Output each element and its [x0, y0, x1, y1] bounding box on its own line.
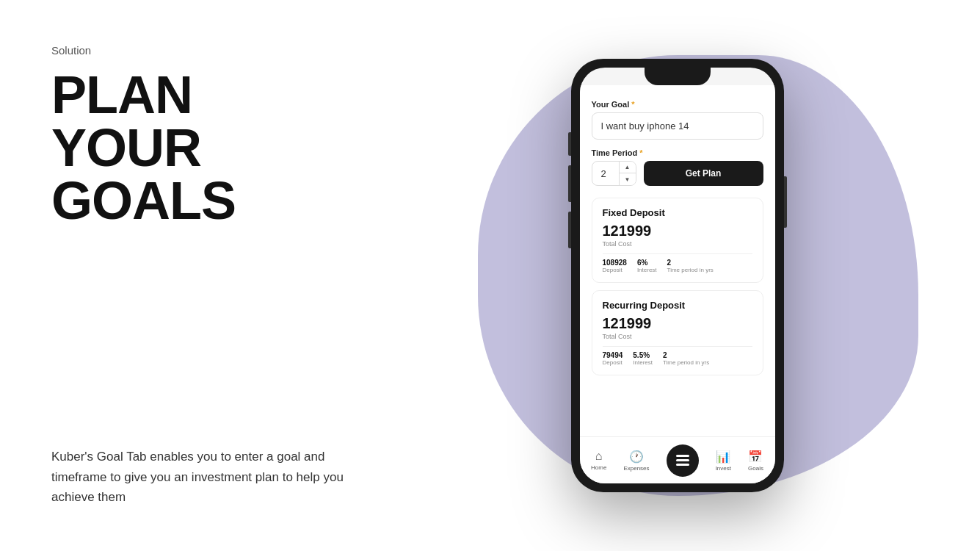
- recurring-deposit-amount: 121999: [603, 315, 752, 332]
- time-period-up-btn[interactable]: ▲: [620, 162, 636, 173]
- phone-side-btn-vol-up: [568, 165, 571, 202]
- nav-home-label: Home: [591, 464, 606, 471]
- recurring-deposit-stat-interest: 5.5% Interest: [633, 351, 653, 366]
- fixed-deposit-divider: [603, 253, 752, 254]
- get-plan-button[interactable]: Get Plan: [644, 161, 763, 186]
- recurring-deposit-stat-time-value: 2: [663, 351, 709, 359]
- recurring-deposit-title: Recurring Deposit: [603, 300, 752, 311]
- recurring-deposit-stats: 79494 Deposit 5.5% Interest 2 Time perio…: [603, 351, 752, 366]
- phone-notch: [645, 68, 711, 85]
- recurring-deposit-stat-time: 2 Time period in yrs: [663, 351, 709, 366]
- goal-input-value: I want buy iphone 14: [601, 120, 689, 132]
- invest-icon: 📊: [716, 450, 730, 464]
- time-period-down-btn[interactable]: ▼: [620, 173, 636, 185]
- menu-icon: [676, 459, 689, 461]
- fixed-deposit-stat-interest-label: Interest: [637, 267, 657, 273]
- solution-label: Solution: [51, 44, 345, 57]
- fixed-deposit-card: Fixed Deposit 121999 Total Cost 108928 D…: [592, 198, 763, 283]
- nav-home[interactable]: ⌂ Home: [591, 450, 606, 471]
- bottom-nav: ⌂ Home 🕐 Expenses 📊 Invest: [580, 436, 775, 483]
- nav-invest[interactable]: 📊 Invest: [716, 450, 731, 472]
- goal-required-marker: *: [631, 100, 634, 109]
- goal-input[interactable]: I want buy iphone 14: [592, 112, 763, 140]
- nav-goals-label: Goals: [748, 465, 763, 472]
- main-heading: PLAN YOUR GOALS: [51, 68, 345, 227]
- fixed-deposit-stat-deposit: 108928 Deposit: [603, 259, 627, 273]
- fixed-deposit-stat-interest-value: 6%: [637, 259, 657, 267]
- recurring-deposit-stat-interest-label: Interest: [633, 359, 653, 366]
- fixed-deposit-stat-time-label: Time period in yrs: [667, 267, 714, 273]
- fixed-deposit-stat-time: 2 Time period in yrs: [667, 259, 714, 273]
- nav-invest-label: Invest: [716, 465, 731, 472]
- phone-side-btn-vol-down: [568, 212, 571, 248]
- nav-center-button[interactable]: [667, 444, 699, 477]
- time-period-label: Time Period *: [592, 148, 763, 157]
- time-period-value: 2: [592, 162, 619, 185]
- fixed-deposit-stat-deposit-value: 108928: [603, 259, 627, 267]
- nav-goals[interactable]: 📅 Goals: [748, 450, 763, 472]
- fixed-deposit-amount: 121999: [603, 223, 752, 240]
- phone-mockup: Your Goal * I want buy iphone 14 Time Pe…: [571, 59, 784, 492]
- phone-side-btn-power: [784, 176, 787, 228]
- time-required-marker: *: [639, 148, 642, 157]
- phone-screen: Your Goal * I want buy iphone 14 Time Pe…: [580, 68, 775, 483]
- recurring-deposit-stat-deposit-value: 79494: [603, 351, 623, 359]
- heading-line1: PLAN YOUR: [51, 65, 201, 177]
- fixed-deposit-title: Fixed Deposit: [603, 207, 752, 218]
- goals-icon: 📅: [748, 450, 763, 464]
- fixed-deposit-stats: 108928 Deposit 6% Interest 2 Time period…: [603, 259, 752, 273]
- time-period-arrows: ▲ ▼: [619, 162, 636, 185]
- phone-side-btn-mute: [568, 132, 571, 156]
- time-period-row: 2 ▲ ▼ Get Plan: [592, 161, 763, 186]
- heading-line2: GOALS: [51, 171, 236, 230]
- page-wrapper: Solution PLAN YOUR GOALS Kuber's Goal Ta…: [0, 0, 980, 551]
- recurring-deposit-divider: [603, 346, 752, 347]
- goal-field-label: Your Goal *: [592, 100, 763, 109]
- fixed-deposit-stat-time-value: 2: [667, 259, 714, 267]
- home-icon: ⌂: [595, 450, 603, 463]
- recurring-deposit-stat-deposit: 79494 Deposit: [603, 351, 623, 366]
- nav-expenses[interactable]: 🕐 Expenses: [623, 450, 649, 472]
- recurring-deposit-stat-deposit-label: Deposit: [603, 359, 623, 366]
- recurring-deposit-total-label: Total Cost: [603, 333, 752, 340]
- phone-container: Your Goal * I want buy iphone 14 Time Pe…: [571, 59, 784, 492]
- time-period-input[interactable]: 2 ▲ ▼: [592, 161, 636, 186]
- recurring-deposit-card: Recurring Deposit 121999 Total Cost 7949…: [592, 290, 763, 375]
- right-panel: Your Goal * I want buy iphone 14 Time Pe…: [345, 0, 980, 551]
- nav-expenses-label: Expenses: [623, 465, 649, 472]
- expenses-icon: 🕐: [629, 450, 644, 464]
- screen-content: Your Goal * I want buy iphone 14 Time Pe…: [580, 85, 775, 436]
- fixed-deposit-stat-deposit-label: Deposit: [603, 267, 627, 273]
- left-panel: Solution PLAN YOUR GOALS Kuber's Goal Ta…: [0, 0, 345, 551]
- fixed-deposit-stat-interest: 6% Interest: [637, 259, 657, 273]
- fixed-deposit-total-label: Total Cost: [603, 240, 752, 248]
- recurring-deposit-stat-time-label: Time period in yrs: [663, 359, 709, 366]
- recurring-deposit-stat-interest-value: 5.5%: [633, 351, 653, 359]
- description-text: Kuber's Goal Tab enables you to enter a …: [51, 447, 345, 507]
